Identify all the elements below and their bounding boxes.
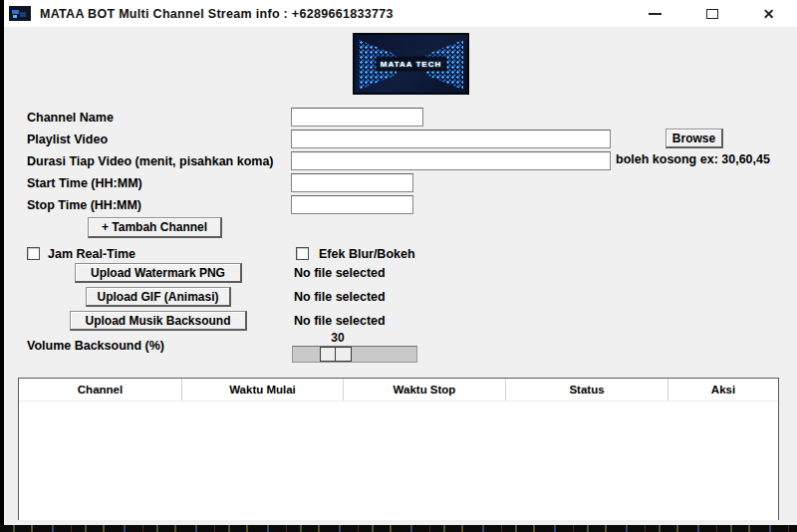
duration-input[interactable] [291,151,611,170]
maximize-icon [706,9,718,19]
volume-slider-handle[interactable] [320,347,352,362]
upload-music-button[interactable]: Upload Musik Backsound [70,311,247,331]
brand-banner: MATAA TECH [353,33,469,95]
stop-time-label: Stop Time (HH:MM) [27,198,141,212]
jam-realtime-checkbox[interactable] [27,247,40,260]
channel-name-label: Channel Name [27,111,114,125]
table-header-channel: Channel [19,379,182,400]
stop-time-input[interactable] [291,195,413,214]
table-header-row: Channel Waktu Mulai Waktu Stop Status Ak… [19,379,778,401]
minimize-icon [649,13,662,15]
upload-gif-status: No file selected [294,290,386,304]
app-logo-icon [9,6,31,21]
start-time-input[interactable] [291,173,413,192]
add-channel-button[interactable]: + Tambah Channel [88,217,222,238]
maximize-button[interactable] [683,0,740,27]
close-button[interactable]: ✕ [740,0,797,27]
duration-label: Durasi Tiap Video (menit, pisahkan koma) [27,154,274,168]
start-time-label: Start Time (HH:MM) [27,176,142,190]
upload-watermark-button[interactable]: Upload Watermark PNG [75,263,242,283]
brand-name: MATAA TECH [376,57,446,72]
duration-hint: boleh kosong ex: 30,60,45 [616,152,770,166]
jam-realtime-label: Jam Real-Time [48,247,135,261]
upload-watermark-status: No file selected [294,266,386,280]
table-header-status: Status [506,379,668,400]
window-controls: ✕ [627,0,797,27]
volume-value: 30 [325,331,351,345]
channels-table: Channel Waktu Mulai Waktu Stop Status Ak… [18,378,779,520]
efek-blur-checkbox[interactable] [296,247,309,260]
window-title: MATAA BOT Multi Channel Stream info : +6… [40,7,394,21]
playlist-label: Playlist Video [27,133,108,146]
volume-slider[interactable] [292,346,417,363]
table-body-empty [19,401,778,520]
close-icon: ✕ [763,7,775,21]
browse-button[interactable]: Browse [665,129,723,148]
app-window: MATAA BOT Multi Channel Stream info : +6… [4,0,797,525]
upload-gif-button[interactable]: Upload GIF (Animasi) [86,287,231,307]
playlist-input[interactable] [291,130,611,148]
table-header-waktu-stop: Waktu Stop [344,379,506,400]
taskbar-sliver [0,525,797,532]
channel-name-input[interactable] [291,108,423,127]
table-header-aksi: Aksi [668,379,778,400]
upload-music-status: No file selected [294,314,386,328]
minimize-button[interactable] [627,0,683,27]
table-header-waktu-mulai: Waktu Mulai [182,379,344,400]
volume-label: Volume Backsound (%) [27,339,164,353]
efek-blur-label: Efek Blur/Bokeh [319,247,415,261]
title-bar: MATAA BOT Multi Channel Stream info : +6… [4,0,797,27]
